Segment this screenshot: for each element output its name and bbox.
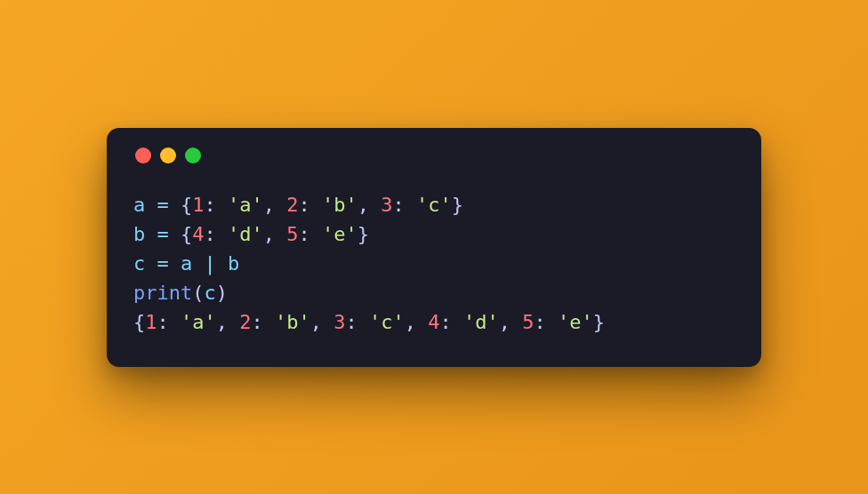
code-token: 'b' bbox=[322, 194, 358, 216]
code-token: 'c' bbox=[416, 194, 452, 216]
code-token: : bbox=[534, 311, 559, 333]
code-token: : bbox=[205, 194, 229, 216]
code-token: : bbox=[252, 311, 276, 333]
code-token: 2 bbox=[286, 194, 298, 216]
code-token: } bbox=[358, 223, 369, 245]
code-token bbox=[169, 223, 181, 245]
code-token: 'a' bbox=[228, 194, 263, 216]
code-line: print(c) bbox=[133, 278, 735, 307]
maximize-icon[interactable] bbox=[185, 147, 201, 163]
code-token: : bbox=[205, 223, 229, 245]
code-token: 'd' bbox=[463, 311, 499, 333]
code-token bbox=[192, 252, 204, 275]
code-token: : bbox=[299, 223, 323, 245]
code-token: 3 bbox=[381, 194, 392, 216]
code-token: { bbox=[181, 194, 192, 216]
code-token: , bbox=[358, 194, 382, 216]
code-token bbox=[169, 194, 181, 216]
code-token: , bbox=[499, 311, 523, 333]
code-token: { bbox=[181, 223, 192, 245]
code-token: } bbox=[452, 194, 463, 216]
traffic-lights bbox=[135, 147, 735, 163]
code-token: c bbox=[133, 252, 145, 275]
code-token: : bbox=[346, 311, 370, 333]
code-token bbox=[145, 252, 157, 275]
code-token: { bbox=[133, 311, 145, 333]
code-token: | bbox=[205, 252, 216, 275]
code-token: , bbox=[263, 194, 287, 216]
code-token: 'd' bbox=[228, 223, 263, 245]
code-line: c = a | b bbox=[133, 249, 735, 278]
code-token bbox=[145, 194, 157, 216]
terminal-window: a = {1: 'a', 2: 'b', 3: 'c'}b = {4: 'd',… bbox=[107, 128, 761, 367]
code-token: ( bbox=[192, 282, 204, 304]
minimize-icon[interactable] bbox=[160, 147, 176, 163]
code-line: b = {4: 'd', 5: 'e'} bbox=[133, 219, 735, 249]
code-line: a = {1: 'a', 2: 'b', 3: 'c'} bbox=[133, 190, 735, 219]
code-block: a = {1: 'a', 2: 'b', 3: 'c'}b = {4: 'd',… bbox=[133, 190, 735, 337]
code-token: 5 bbox=[522, 311, 534, 333]
code-token: : bbox=[299, 194, 323, 216]
code-token bbox=[216, 252, 228, 275]
code-token: 'e' bbox=[322, 223, 358, 245]
code-token bbox=[145, 223, 157, 245]
code-token: 2 bbox=[239, 311, 251, 333]
code-token: 3 bbox=[334, 311, 345, 333]
code-token: = bbox=[157, 223, 169, 245]
close-icon[interactable] bbox=[135, 147, 151, 163]
code-token: 'e' bbox=[558, 311, 593, 333]
code-token: 4 bbox=[192, 223, 204, 245]
code-token: 'c' bbox=[369, 311, 405, 333]
code-token: c bbox=[204, 282, 215, 304]
code-token: 'a' bbox=[181, 311, 216, 333]
code-token: 'b' bbox=[275, 311, 310, 333]
code-token: b bbox=[133, 223, 145, 245]
code-token: : bbox=[393, 194, 417, 216]
code-token: 1 bbox=[145, 311, 157, 333]
code-token: } bbox=[593, 311, 605, 333]
code-token: 5 bbox=[286, 223, 298, 245]
code-token: : bbox=[157, 311, 181, 333]
code-token: a bbox=[181, 252, 192, 275]
code-token: a bbox=[133, 194, 145, 216]
code-token: print bbox=[133, 282, 192, 304]
code-token: 4 bbox=[428, 311, 439, 333]
code-token: , bbox=[405, 311, 429, 333]
code-token: = bbox=[157, 194, 169, 216]
code-token: , bbox=[310, 311, 334, 333]
code-token: : bbox=[440, 311, 464, 333]
code-token: b bbox=[228, 252, 239, 275]
code-token: 1 bbox=[192, 194, 204, 216]
code-token: ) bbox=[216, 282, 228, 304]
code-line: {1: 'a', 2: 'b', 3: 'c', 4: 'd', 5: 'e'} bbox=[133, 307, 735, 337]
code-token: , bbox=[216, 311, 240, 333]
code-token: , bbox=[263, 223, 287, 245]
code-token bbox=[169, 252, 181, 275]
code-token: = bbox=[157, 252, 169, 275]
